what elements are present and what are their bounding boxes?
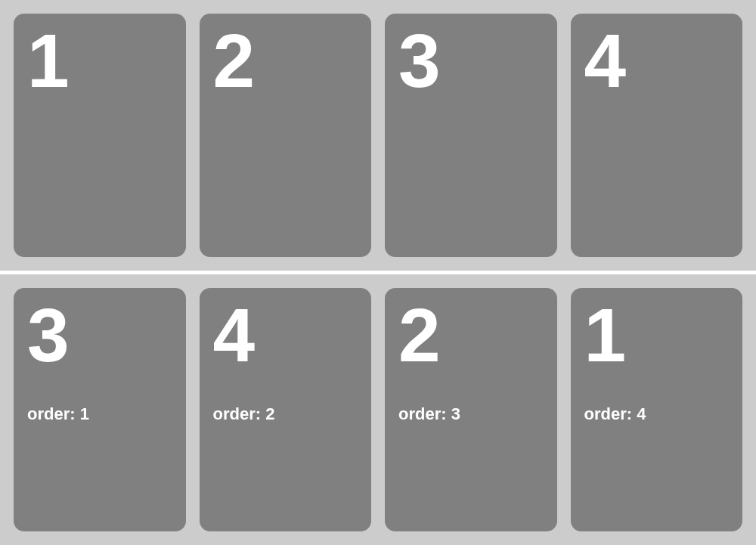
card-number: 2 (398, 297, 544, 373)
card-number: 3 (398, 23, 544, 98)
card-number: 2 (213, 23, 358, 98)
card-row2-4: 1 order: 4 (571, 288, 743, 531)
card-row1-4: 4 (571, 14, 743, 257)
card-row1-3: 3 (385, 14, 557, 257)
card-number: 4 (213, 297, 358, 373)
row-2-container: 3 order: 1 4 order: 2 2 order: 3 1 order… (0, 274, 756, 545)
card-order-label: order: 4 (584, 404, 730, 424)
card-row2-3: 2 order: 3 (385, 288, 557, 531)
card-order-label: order: 1 (27, 404, 172, 424)
card-number: 4 (584, 23, 730, 98)
card-number: 3 (27, 297, 172, 373)
card-number: 1 (584, 297, 730, 373)
card-row1-2: 2 (200, 14, 372, 257)
card-row2-2: 4 order: 2 (200, 288, 372, 531)
card-order-label: order: 2 (213, 404, 358, 424)
card-row1-1: 1 (14, 14, 186, 257)
card-order-label: order: 3 (398, 404, 544, 424)
card-row2-1: 3 order: 1 (14, 288, 186, 531)
row-1-container: 1 2 3 4 (0, 0, 756, 271)
card-number: 1 (27, 23, 172, 98)
